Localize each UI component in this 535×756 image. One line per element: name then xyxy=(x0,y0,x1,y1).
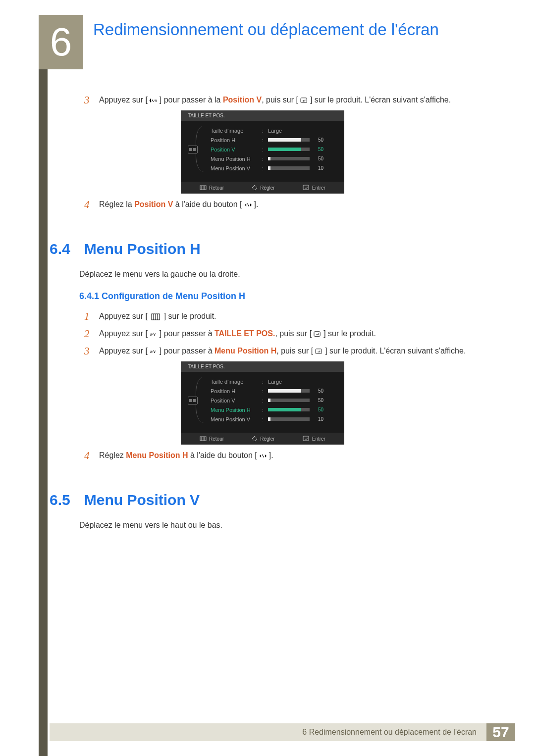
osd-row: Menu Position V:10 xyxy=(211,163,338,173)
highlight: Menu Position H xyxy=(214,347,276,355)
enter-icon xyxy=(313,331,322,338)
osd-panel-2: TAILLE ET POS. Taille d'image:LargePosit… xyxy=(181,361,344,445)
osd-body: Taille d'image:LargePosition H:50Positio… xyxy=(181,121,344,182)
osd-row-value: Large xyxy=(268,379,282,385)
osd-row: Menu Position H:50 xyxy=(211,154,338,163)
text: Appuyez sur [ xyxy=(99,96,148,104)
step-text: Réglez Menu Position H à l'aide du bouto… xyxy=(99,450,273,461)
side-stripe xyxy=(39,15,48,756)
step-number: 1 xyxy=(84,310,99,323)
osd-row-label: Menu Position H xyxy=(211,407,259,413)
osd-row-label: Menu Position H xyxy=(211,156,259,162)
label: Retour xyxy=(209,436,224,442)
osd-adjust-button[interactable]: Régler xyxy=(252,436,274,442)
text: ]. xyxy=(269,451,273,459)
section-6-5-heading: 6.5 Menu Position V xyxy=(50,492,476,508)
osd-row-value: 50 xyxy=(313,137,323,143)
osd-row-value: Large xyxy=(268,128,282,134)
osd-slider[interactable] xyxy=(268,417,310,421)
bstep-3: 3 Appuyez sur [∧⁄∨] pour passer à Menu P… xyxy=(84,345,476,357)
chapter-title: Redimensionnement ou déplacement de l'éc… xyxy=(93,21,450,39)
osd-slider[interactable] xyxy=(268,399,310,402)
osd-panel-1: TAILLE ET POS. Taille d'image:LargePosit… xyxy=(181,110,344,194)
label: Régler xyxy=(260,436,274,442)
osd-slider-fill xyxy=(268,157,270,160)
svg-line-21 xyxy=(262,454,264,457)
up-down-icon: ∧⁄∨ xyxy=(149,331,159,338)
osd-row-label: Position V xyxy=(211,398,259,403)
step-number: 4 xyxy=(84,199,99,211)
label: Entrer xyxy=(312,436,325,442)
osd-row-value: 50 xyxy=(313,388,323,394)
section-title: Menu Position H xyxy=(84,241,201,257)
osd-row: Menu Position H:50 xyxy=(211,405,338,414)
osd-enter-button[interactable]: Entrer xyxy=(303,185,325,191)
osd-enter-button[interactable]: Entrer xyxy=(303,436,325,442)
osd-colon: : xyxy=(262,398,265,403)
osd-row-label: Menu Position V xyxy=(211,165,259,171)
svg-rect-20 xyxy=(303,436,309,441)
text: ] pour passer à la xyxy=(160,96,223,104)
osd-title: TAILLE ET POS. xyxy=(181,361,344,372)
svg-text:∧⁄∨: ∧⁄∨ xyxy=(149,332,156,337)
osd-slider-fill xyxy=(268,399,270,402)
osd-row-value: 10 xyxy=(313,165,323,171)
label: Entrer xyxy=(312,185,325,191)
step-text: Appuyez sur [∧⁄∨] pour passer à TAILLE E… xyxy=(99,328,376,340)
footer-bar: 6 Redimensionnement ou déplacement de l'… xyxy=(50,723,515,741)
osd-body: Taille d'image:LargePosition H:50Positio… xyxy=(181,372,344,433)
page-number: 57 xyxy=(486,723,515,741)
step-text: Appuyez sur [ ] sur le produit. xyxy=(99,310,216,322)
osd-curve-decoration xyxy=(196,126,204,172)
osd-row-label: Position V xyxy=(211,147,259,152)
osd-adjust-button[interactable]: Régler xyxy=(252,185,274,191)
page: 6 Redimensionnement ou déplacement de l'… xyxy=(0,0,535,756)
osd-slider[interactable] xyxy=(268,157,310,160)
step-text: Réglez la Position V à l'aide du bouton … xyxy=(99,199,258,210)
menu-icon xyxy=(151,313,160,320)
highlight: Position V xyxy=(134,200,173,208)
osd-back-button[interactable]: Retour xyxy=(200,185,224,191)
bstep-2: 2 Appuyez sur [∧⁄∨] pour passer à TAILLE… xyxy=(84,328,476,340)
osd-slider-fill xyxy=(268,138,301,142)
text: à l'aide du bouton [ xyxy=(188,451,257,459)
osd-colon: : xyxy=(262,407,265,413)
osd-slider[interactable] xyxy=(268,166,310,170)
section-6-4-desc: Déplacez le menu vers la gauche ou la dr… xyxy=(79,270,476,279)
osd-slider[interactable] xyxy=(268,138,310,142)
highlight: Menu Position H xyxy=(126,451,188,459)
osd-row-label: Position H xyxy=(211,137,259,143)
text: Réglez xyxy=(99,451,126,459)
osd-colon: : xyxy=(262,165,265,171)
osd-row-label: Position H xyxy=(211,388,259,394)
osd-colon: : xyxy=(262,416,265,422)
osd-back-button[interactable]: Retour xyxy=(200,436,224,442)
osd-slider-fill xyxy=(268,148,301,151)
svg-rect-13 xyxy=(314,332,320,337)
osd-slider-fill xyxy=(268,417,270,421)
section-6-5-desc: Déplacez le menu vers le haut ou le bas. xyxy=(79,521,476,530)
text: , puis sur [ xyxy=(276,347,313,355)
osd-row-value: 50 xyxy=(313,156,323,161)
osd-row-label: Menu Position V xyxy=(211,416,259,422)
osd-colon: : xyxy=(262,156,265,162)
osd-rows: Taille d'image:LargePosition H:50Positio… xyxy=(211,377,338,424)
highlight: TAILLE ET POS. xyxy=(214,329,275,338)
osd-colon: : xyxy=(262,137,265,143)
text: ]. xyxy=(254,200,259,208)
osd-slider-fill xyxy=(268,408,301,411)
osd-slider-fill xyxy=(268,389,301,393)
osd-colon: : xyxy=(262,388,265,394)
text: ] sur le produit. xyxy=(161,312,216,320)
section-title: Menu Position V xyxy=(84,492,200,508)
left-right-icon xyxy=(243,202,253,208)
step-number: 4 xyxy=(84,450,99,462)
osd-slider[interactable] xyxy=(268,408,310,411)
osd-row-value: 10 xyxy=(313,416,323,422)
osd-slider[interactable] xyxy=(268,389,310,393)
text: ] pour passer à xyxy=(160,347,214,355)
osd-row: Taille d'image:Large xyxy=(211,126,338,135)
text: ] sur le produit. L'écran suivant s'affi… xyxy=(325,347,466,355)
osd-row-label: Taille d'image xyxy=(211,379,259,385)
osd-slider[interactable] xyxy=(268,148,310,151)
